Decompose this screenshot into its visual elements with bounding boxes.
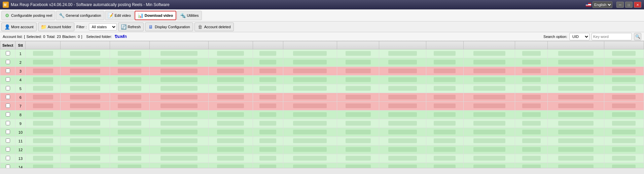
row-checkbox[interactable] [6,103,10,108]
language-dropdown[interactable]: English [593,1,612,8]
edit-video-label: Edit video [115,13,131,17]
table-row: 2 [0,58,644,67]
edit-video-button[interactable]: 📝 Edit video [105,11,134,20]
row-checkbox[interactable] [6,95,10,99]
row-stt: 5 [15,84,26,93]
folder-name: ปินหลัก [115,34,127,40]
language-selector[interactable]: English [586,1,612,8]
account-folder-label: Account folder [48,25,71,29]
row-data-cell [208,76,253,84]
row-data-cell [548,119,604,128]
table-row: 6 [0,93,644,102]
row-data-cell [26,102,61,111]
search-option-dropdown[interactable]: UID Name Email [569,33,589,40]
row-checkbox-cell [0,102,15,111]
row-data-cell [515,102,548,111]
search-button[interactable]: 🔍 [634,33,641,40]
row-data-cell [515,49,548,58]
account-deleted-button[interactable]: 🗑 Account deleted [194,23,234,31]
row-data-cell [26,163,61,168]
row-checkbox[interactable] [6,77,10,82]
row-data-cell [463,93,515,102]
row-data-cell [548,128,604,137]
row-data-cell [26,111,61,119]
row-data-cell [337,145,379,154]
configurable-posting-reel-button[interactable]: ⚙ Configurable posting reel [1,11,55,20]
row-data-cell [149,128,208,137]
info-brackets-close: ] [81,35,82,39]
refresh-button[interactable]: 🔄 Refresh [118,23,144,31]
row-checkbox-cell [0,58,15,67]
row-data-cell [463,119,515,128]
row-stt: 14 [15,163,26,168]
close-button[interactable]: ✕ [634,2,641,8]
row-data-cell [548,49,604,58]
row-checkbox[interactable] [6,121,10,125]
filter-dropdown[interactable]: All states Active Inactive Blacklisted [89,23,117,31]
account-folder-button[interactable]: 📁 Account folder [38,23,74,31]
row-data-cell [379,154,426,163]
general-configuration-button[interactable]: 🔧 General configuration [56,11,104,20]
search-option-label: Search option: [543,35,567,39]
col-9-header [283,41,337,49]
title-bar-controls[interactable]: English ─ □ ✕ [586,1,641,8]
col-16-header [604,41,644,49]
row-checkbox[interactable] [6,138,10,143]
configurable-posting-reel-label: Configurable posting reel [11,13,52,17]
row-data-cell [283,137,337,145]
row-checkbox-cell [0,76,15,84]
row-data-cell [253,119,283,128]
row-checkbox[interactable] [6,51,10,55]
account-deleted-label: Account deleted [204,25,231,29]
utilities-button[interactable]: 🔩 Utilities [177,11,202,20]
row-checkbox[interactable] [6,147,10,151]
title-bar: M Max Reup Facebook v24.06.24.00 - Softw… [0,0,644,9]
row-data-cell [515,84,548,93]
row-data-cell [61,76,110,84]
display-configuration-button[interactable]: 🖥 Display Configuration [145,23,193,31]
search-input[interactable] [592,33,632,40]
row-data-cell [604,111,644,119]
folder-icon: 📁 [41,24,46,30]
row-checkbox[interactable] [6,165,10,168]
row-data-cell [253,111,283,119]
row-data-cell [149,93,208,102]
more-account-button[interactable]: 👤 More account [1,23,37,31]
row-checkbox[interactable] [6,69,10,73]
more-account-icon: 👤 [4,24,10,30]
col-8-header [253,41,283,49]
row-data-cell [110,67,149,76]
total-label: Total: [46,35,55,39]
row-data-cell [149,163,208,168]
row-checkbox[interactable] [6,86,10,90]
maximize-button[interactable]: □ [625,2,633,8]
row-data-cell [426,128,463,137]
table-row: 5 [0,84,644,93]
row-data-cell [426,93,463,102]
row-data-cell [110,102,149,111]
row-checkbox[interactable] [6,60,10,64]
row-data-cell [337,163,379,168]
row-data-cell [283,128,337,137]
row-data-cell [283,145,337,154]
row-data-cell [426,58,463,67]
row-data-cell [149,154,208,163]
row-data-cell [208,163,253,168]
table-row: 7 [0,102,644,111]
status-bar [0,168,644,174]
row-data-cell [110,154,149,163]
row-data-cell [61,49,110,58]
row-data-cell [110,93,149,102]
row-data-cell [26,154,61,163]
download-video-button[interactable]: 📊 Download video [135,11,176,20]
row-checkbox[interactable] [6,130,10,134]
row-data-cell [515,154,548,163]
row-checkbox[interactable] [6,112,10,117]
minimize-button[interactable]: ─ [616,2,624,8]
row-stt: 9 [15,119,26,128]
row-checkbox[interactable] [6,156,10,160]
status-text [1,169,2,174]
row-data-cell [604,154,644,163]
row-data-cell [208,67,253,76]
row-stt: 13 [15,154,26,163]
